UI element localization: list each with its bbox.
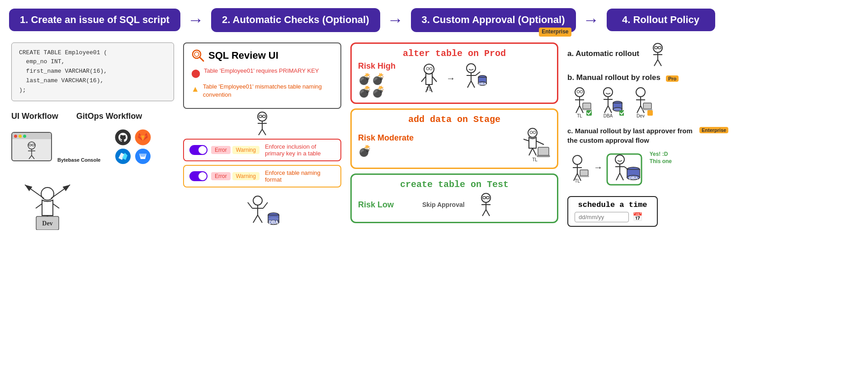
svg-line-113 [637, 106, 641, 113]
rule-text-error: Enforce inclusion of primary key in a ta… [265, 143, 335, 157]
risk-high-label: Risk High [358, 61, 412, 71]
risk-moderate-label: Risk Moderate [358, 133, 414, 143]
svg-rect-26 [259, 115, 262, 117]
svg-rect-116 [642, 109, 652, 110]
sql-review-title: SQL Review UI [191, 49, 333, 62]
tl-role-svg: TL [567, 87, 592, 118]
svg-line-20 [51, 185, 70, 198]
bombs-area: 💣💣💣💣 [358, 73, 412, 98]
svg-line-69 [536, 141, 544, 145]
badge-error-1: Error [211, 146, 231, 154]
enterprise-badge-c: Enterprise [699, 127, 728, 133]
workflow-icons: Bytebase Console [11, 129, 174, 164]
tl-laptop-figure: TL [519, 127, 551, 163]
svg-rect-27 [263, 115, 265, 117]
gitops-top-icons [115, 129, 151, 145]
svg-rect-74 [483, 197, 486, 199]
svg-line-31 [259, 129, 262, 135]
step-1-box: 1. Create an issue of SQL script [9, 9, 180, 31]
svg-line-79 [482, 210, 486, 216]
approval-header-prod: alter table on Prod [358, 48, 551, 59]
svg-line-19 [25, 185, 44, 198]
toggle-warning[interactable] [189, 171, 208, 181]
svg-point-119 [573, 155, 582, 164]
dot-green [23, 135, 26, 138]
svg-text:DBA: DBA [604, 113, 613, 118]
last-approver-figures: TL → [567, 150, 852, 187]
svg-rect-1 [29, 144, 31, 146]
dba-db-figure: DBA [183, 193, 341, 229]
rule-text-warning: Enforce table naming format [265, 169, 335, 183]
svg-rect-96 [583, 103, 591, 109]
svg-line-7 [32, 155, 34, 159]
rule-badges-warning: Error Warning [211, 172, 259, 180]
magnifier-icon [191, 49, 205, 62]
approval-header-stage: add data on Stage [358, 114, 551, 125]
svg-rect-2 [32, 144, 34, 146]
dba-role-svg: DBA [597, 87, 624, 118]
tl-last-approver-svg: TL [567, 155, 590, 183]
risk-high-area: Risk High 💣💣💣💣 [358, 61, 412, 98]
arrow-1-2: → [188, 10, 204, 29]
schedule-date-input[interactable] [575, 212, 629, 222]
step-3-label: 3. Custom Approval (Optional) [422, 14, 565, 25]
review-warning-text: Table 'Employee01' mismatches table nami… [203, 83, 333, 99]
dba-role-figure: DBA [597, 87, 624, 120]
dot-red [14, 135, 17, 138]
svg-line-15 [36, 204, 42, 208]
approval-header-test: create table on Test [358, 179, 551, 190]
dba-figure-red-svg: DBA [460, 63, 487, 94]
svg-rect-97 [582, 109, 592, 110]
svg-text:DBA: DBA [478, 82, 486, 86]
schedule-box: schedule a time 📅 [567, 196, 658, 227]
svg-line-51 [432, 76, 437, 82]
review-error-text: Table 'Employee01' requires PRIMARY KEY [204, 67, 319, 75]
yes-label: Yes! :D [650, 151, 668, 157]
svg-point-24 [194, 52, 199, 56]
svg-line-131 [616, 173, 620, 180]
svg-text:Dev: Dev [637, 113, 645, 118]
svg-line-87 [654, 60, 658, 66]
enterprise-badge-step3: Enterprise [539, 28, 571, 37]
dba-last-approver-svg: DBA [606, 150, 642, 186]
svg-text:TL: TL [532, 157, 538, 161]
arrow-3-4: → [583, 10, 599, 29]
warning-icon: ▲ [191, 84, 199, 95]
svg-rect-82 [655, 47, 657, 49]
svg-line-16 [53, 204, 59, 208]
calendar-icon[interactable]: 📅 [632, 212, 642, 222]
azure-devops-icon [115, 148, 131, 164]
rollout-b-label: b. Manual rollout by roles [567, 73, 660, 82]
gitops-icons-area [115, 129, 151, 164]
approval-content-green: Risk Low Skip Approval [358, 192, 551, 217]
review-item-error: ⬤ Table 'Employee01' requires PRIMARY KE… [191, 67, 333, 79]
rollout-c-header: c. Manual rollout by last approver from … [567, 126, 852, 147]
svg-rect-71 [537, 155, 550, 157]
sql-code-block: CREATE TABLE Employee01 ( emp_no INT, fi… [11, 42, 174, 101]
svg-line-39 [263, 202, 268, 208]
svg-line-50 [421, 76, 426, 82]
badge-error-2: Error [211, 172, 231, 180]
dba-last-approver-area: DBA Yes! :D This one [606, 150, 642, 187]
schedule-area: schedule a time 📅 [567, 196, 852, 227]
svg-line-32 [262, 129, 266, 135]
bomb-single: 💣 [358, 145, 414, 157]
rollout-a-row: a. Automatic rollout [567, 42, 852, 67]
review-item-warning: ▲ Table 'Employee01' mismatches table na… [191, 83, 333, 99]
svg-text:TL: TL [426, 87, 432, 92]
svg-point-110 [636, 88, 645, 97]
window-titlebar [12, 133, 51, 139]
svg-point-33 [253, 196, 262, 205]
toggle-error[interactable] [189, 145, 208, 155]
auto-rollout-figure-svg [646, 42, 669, 67]
gitops-bottom-icons [115, 148, 151, 164]
rule-box-error: Error Warning Enforce inclusion of prima… [183, 139, 341, 161]
svg-line-137 [624, 167, 628, 169]
svg-line-58 [476, 72, 480, 75]
console-label: Bytebase Console [57, 157, 100, 163]
dev-role-figure: Dev [628, 87, 653, 120]
bitbucket-icon [135, 148, 151, 164]
svg-line-6 [29, 155, 32, 159]
rule-badges-error: Error Warning [211, 146, 259, 154]
content-row: CREATE TABLE Employee01 ( emp_no INT, fi… [9, 42, 859, 365]
